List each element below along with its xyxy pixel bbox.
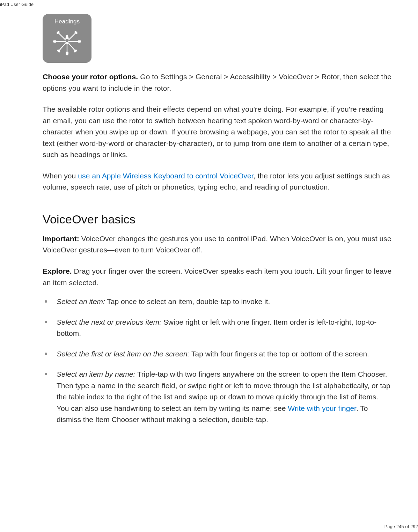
page-number: Page 245 of 292	[384, 524, 418, 529]
paragraph-keyboard: When you use an Apple Wireless Keyboard …	[43, 170, 392, 193]
bullet-lead: Select an item by name:	[57, 370, 135, 378]
explore-text: Drag your finger over the screen. VoiceO…	[43, 267, 391, 287]
rotor-illustration: Headings	[43, 14, 91, 63]
svg-line-4	[59, 42, 67, 51]
svg-rect-9	[53, 40, 57, 43]
list-item: Select an item by name: Triple-tap with …	[43, 369, 392, 426]
svg-rect-10	[78, 40, 81, 43]
keyboard-pre: When you	[43, 172, 78, 180]
important-text: VoiceOver changes the gestures you use t…	[43, 235, 391, 254]
link-wireless-keyboard[interactable]: use an Apple Wireless Keyboard to contro…	[78, 172, 253, 180]
doc-header-title: iPad User Guide	[0, 2, 34, 7]
svg-point-13	[65, 39, 69, 42]
bullet-list: Select an item: Tap once to select an it…	[43, 296, 392, 426]
rotor-illustration-label: Headings	[43, 18, 91, 25]
paragraph-available-options: The available rotor options and their ef…	[43, 104, 392, 161]
link-write-with-finger[interactable]: Write with your finger	[288, 404, 356, 412]
svg-line-5	[67, 42, 75, 51]
bullet-lead: Select the next or previous item:	[57, 318, 161, 326]
bullet-lead: Select an item:	[57, 297, 105, 305]
paragraph-explore: Explore. Drag your finger over the scree…	[43, 266, 392, 288]
bullet-lead: Select the first or last item on the scr…	[57, 350, 190, 358]
heading-voiceover-basics: VoiceOver basics	[43, 213, 392, 226]
list-item: Select the next or previous item: Swipe …	[43, 317, 392, 339]
list-item: Select an item: Tap once to select an it…	[43, 296, 392, 308]
important-bold: Important:	[43, 235, 79, 243]
page-content: Headings	[43, 14, 392, 435]
bullet-text: Tap once to select an item, double-tap t…	[105, 297, 270, 305]
list-item: Select the first or last item on the scr…	[43, 348, 392, 360]
bullet-text: Tap with four fingers at the top or bott…	[190, 350, 369, 358]
paragraph-important: Important: VoiceOver changes the gesture…	[43, 233, 392, 256]
rotor-dial-icon	[53, 29, 81, 57]
paragraph-choose-rotor: Choose your rotor options. Go to Setting…	[43, 71, 392, 94]
explore-bold: Explore.	[43, 267, 72, 275]
choose-rotor-bold: Choose your rotor options.	[43, 73, 138, 81]
